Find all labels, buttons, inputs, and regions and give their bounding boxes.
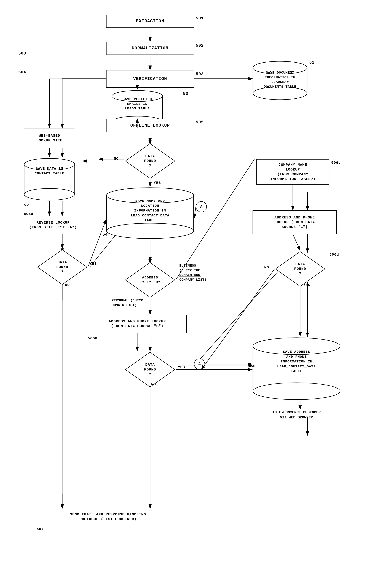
- cylinder-db54: SAVE NAME ANDLOCATIONINFORMATION INLEAD_…: [106, 187, 194, 240]
- address-phone-b-label: ADDRESS AND PHONE LOOKUP(FROM DATA SOURC…: [109, 319, 166, 329]
- yes-label-2: YES: [90, 262, 97, 266]
- svg-point-36: [24, 188, 75, 200]
- ref-circle-a-top: A: [196, 201, 207, 212]
- diamond-data-found-1: DATAFOUND?: [125, 143, 176, 179]
- normalization-label: NORMALIZATION: [132, 45, 168, 51]
- label-506b: 506b: [88, 336, 97, 340]
- box-address-phone-b: ADDRESS AND PHONE LOOKUP(FROM DATA SOURC…: [88, 315, 187, 333]
- box-send-email: SEND EMAIL AND RESPONSE HANDLINGPROTOCOL…: [37, 509, 179, 525]
- verification-label: VERIFICATION: [133, 76, 167, 82]
- no-label-1: NO: [114, 157, 119, 161]
- offline-lookup-label: OFFLINE LOOKUP: [130, 123, 170, 128]
- svg-line-69: [88, 220, 106, 267]
- yes-label-4: YES: [303, 283, 310, 287]
- cylinder-db52: SAVE DATA INCONTACT TABLE: [24, 157, 75, 201]
- company-lookup-label: COMPANY NAMELOOKUP(FROM COMPANYINFORMATI…: [270, 163, 315, 181]
- label-507: 507: [37, 527, 44, 531]
- diagram-container: 500 EXTRACTION 501 NORMALIZATION 502 VER…: [0, 0, 392, 569]
- ref-circle-a-bottom: A: [194, 359, 205, 370]
- label-503: 503: [196, 72, 204, 76]
- box-web-lookup: WEB-BASED LOOKUP SITE: [24, 128, 75, 148]
- diamond-data-found-2: DATAFOUND?: [37, 249, 88, 285]
- yes-label-3: YES: [178, 365, 185, 369]
- cylinder-db56: SAVE ADDRESSAND PHONEINFORMATION INLEAD_…: [252, 337, 340, 401]
- label-506a: 506a: [24, 212, 33, 216]
- label-506c: 506c: [331, 161, 341, 165]
- box-company-name-lookup: COMPANY NAMELOOKUP(FROM COMPANYINFORMATI…: [256, 159, 329, 185]
- diamond-data-found-4: DATAFOUND?: [275, 251, 326, 287]
- to-ecommerce-label: TO E-COMMERCE CUSTOMERVIA WEB BROWSER: [252, 410, 340, 420]
- svg-point-53: [253, 383, 340, 400]
- label-53: 53: [183, 92, 188, 96]
- send-email-label: SEND EMAIL AND RESPONSE HANDLINGPROTOCOL…: [70, 512, 146, 522]
- no-label-3: NO: [151, 382, 156, 386]
- label-56: 56: [251, 364, 255, 368]
- diamond-data-found-3: DATAFOUND?: [125, 351, 176, 388]
- svg-point-46: [107, 223, 194, 239]
- box-normalization: NORMALIZATION: [106, 42, 194, 55]
- label-501: 501: [196, 16, 204, 21]
- label-505: 505: [196, 120, 204, 125]
- label-500: 500: [18, 51, 26, 56]
- business-label: BUSINESS(CHECK THEDOMAIN ANDCOMPANY LIST…: [179, 264, 227, 282]
- diamond-address-type: ADDRESSTYPE? "D": [125, 262, 176, 298]
- label-506d: 506d: [329, 252, 339, 257]
- svg-line-82: [293, 234, 300, 250]
- box-reverse-lookup: REVERSE LOOKUP(FROM SITE LIST "A"): [24, 216, 82, 234]
- label-54: 54: [102, 232, 108, 237]
- yes-label-1: YES: [154, 181, 161, 185]
- reverse-lookup-label: REVERSE LOOKUP(FROM SITE LIST "A"): [29, 220, 77, 230]
- no-label-2: NO: [65, 283, 70, 287]
- label-51: 51: [309, 60, 314, 65]
- box-verification: VERIFICATION: [106, 70, 194, 88]
- box-extraction: EXTRACTION: [106, 15, 194, 28]
- no-label-4: NO: [264, 265, 269, 269]
- label-502: 502: [196, 43, 204, 48]
- cylinder-db51: SAVE DOCUMENTINFORMATION INLEADSRAWDOCUM…: [252, 60, 308, 101]
- label-504: 504: [18, 70, 26, 75]
- address-phone-c-label: ADDRESS AND PHONELOOKUP (FROM DATASOURCE…: [274, 215, 315, 229]
- extraction-label: EXTRACTION: [136, 18, 164, 24]
- box-offline-lookup: OFFLINE LOOKUP: [106, 119, 194, 132]
- svg-line-80: [194, 207, 196, 218]
- personal-label: PERSONAL (CHECKDOMAIN LIST): [112, 298, 163, 307]
- label-52: 52: [24, 203, 29, 208]
- web-lookup-label: WEB-BASED LOOKUP SITE: [36, 133, 62, 143]
- box-address-phone-c: ADDRESS AND PHONELOOKUP (FROM DATASOURCE…: [252, 210, 337, 234]
